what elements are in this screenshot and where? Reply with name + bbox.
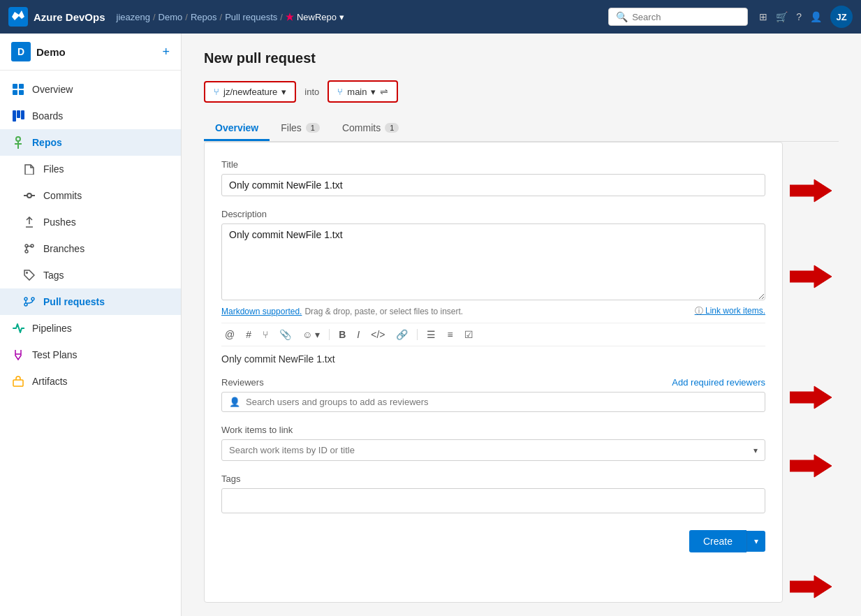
svg-rect-2 (13, 90, 17, 95)
tab-files[interactable]: Files 1 (270, 117, 331, 141)
user-settings-icon[interactable]: 👤 (810, 11, 822, 22)
markdown-row: Markdown supported. Drag & drop, paste, … (221, 305, 765, 317)
workitems-section: Work items to link ▾ (221, 425, 765, 461)
svg-marker-22 (790, 455, 832, 477)
arrow-reviewers (790, 383, 832, 413)
workitems-label: Work items to link (221, 425, 765, 435)
top-nav: Azure DevOps jieazeng / Demo / Repos / P… (0, 0, 861, 34)
sidebar-item-label-repos: Repos (32, 137, 62, 148)
tags-label: Tags (221, 474, 765, 484)
app-logo[interactable]: Azure DevOps (8, 7, 105, 27)
sidebar-item-pullrequests[interactable]: Pull requests (0, 288, 181, 315)
outer-wrapper: Title Description Only commit NewFile 1.… (204, 142, 839, 603)
help-icon[interactable]: ? (796, 11, 802, 22)
markdown-link[interactable]: Markdown supported. (221, 307, 302, 316)
tab-commits[interactable]: Commits 1 (331, 117, 410, 141)
basket-icon[interactable]: 🛒 (776, 11, 788, 22)
sidebar-item-label-branches: Branches (43, 243, 84, 254)
arrow-title (790, 177, 832, 207)
sidebar-item-boards[interactable]: Boards (0, 103, 181, 129)
mention-button[interactable]: @ (221, 328, 238, 342)
project-name: D Demo (11, 42, 66, 61)
sidebar-add-button[interactable]: + (162, 45, 170, 59)
swap-branches-button[interactable]: ⇌ (380, 86, 388, 97)
breadcrumb-repos[interactable]: Repos (191, 12, 217, 22)
svg-point-15 (24, 298, 27, 300)
breadcrumb-pullrequests[interactable]: Pull requests (225, 12, 277, 22)
svg-point-7 (16, 137, 20, 141)
nav-icons: ⊞ 🛒 ? 👤 JZ (759, 6, 853, 28)
breadcrumb-jieazeng[interactable]: jieazeng (117, 12, 150, 22)
ordered-list-button[interactable]: ≡ (443, 328, 456, 342)
sidebar-item-branches[interactable]: Branches (0, 235, 181, 262)
search-input[interactable] (632, 12, 740, 22)
svg-rect-18 (13, 380, 23, 386)
add-required-reviewers[interactable]: Add required reviewers (672, 377, 765, 388)
sidebar-item-files[interactable]: Files (0, 156, 181, 182)
reviewers-search-input[interactable] (246, 397, 758, 407)
create-dropdown-button[interactable]: ▾ (746, 531, 765, 552)
toolbar-sep1 (329, 329, 330, 340)
sidebar-item-repos[interactable]: Repos (0, 129, 181, 156)
reviewers-header: Reviewers Add required reviewers (221, 377, 765, 388)
arrow-description (790, 263, 832, 293)
attach-button[interactable]: 📎 (276, 328, 295, 342)
checklist-button[interactable]: ☑ (461, 328, 477, 342)
description-textarea[interactable]: Only commit NewFile 1.txt (221, 223, 765, 300)
sidebar: D Demo + Overview Boards (0, 34, 182, 616)
sidebar-item-tags[interactable]: Tags (0, 262, 181, 288)
repos-icon (11, 135, 25, 149)
pipelines-icon (11, 321, 25, 335)
branch-ref-button[interactable]: ⑂ (259, 328, 272, 342)
svg-marker-23 (790, 575, 832, 598)
italic-button[interactable]: I (353, 328, 363, 342)
pullrequests-icon (22, 295, 36, 309)
title-input[interactable] (221, 174, 765, 196)
svg-rect-0 (13, 84, 17, 89)
link-button[interactable]: 🔗 (392, 328, 411, 342)
sidebar-item-artifacts[interactable]: Artifacts (0, 368, 181, 395)
grid-icon[interactable]: ⊞ (759, 11, 767, 22)
breadcrumb-demo[interactable]: Demo (159, 12, 183, 22)
tags-input[interactable] (221, 488, 765, 513)
list-button[interactable]: ☰ (423, 328, 439, 342)
sidebar-item-pushes[interactable]: Pushes (0, 209, 181, 235)
form-card: Title Description Only commit NewFile 1.… (204, 142, 783, 603)
sidebar-item-pipelines[interactable]: Pipelines (0, 315, 181, 342)
target-branch-selector[interactable]: ⑂ main ▾ ⇌ (328, 80, 398, 103)
workitems-search-row[interactable]: ▾ (221, 439, 765, 461)
breadcrumb-newrepo[interactable]: NewRepo ▾ (286, 12, 344, 22)
description-label: Description (221, 209, 765, 219)
sidebar-item-label-commits: Commits (43, 190, 82, 201)
create-button[interactable]: Create (689, 530, 746, 552)
svg-rect-1 (19, 84, 24, 89)
svg-rect-3 (19, 90, 24, 95)
project-icon: D (11, 42, 31, 61)
avatar[interactable]: JZ (830, 6, 853, 28)
app-name: Azure DevOps (34, 11, 105, 23)
sidebar-item-commits[interactable]: Commits (0, 182, 181, 209)
link-work-items[interactable]: ⓘ Link work items. (695, 305, 765, 317)
title-label: Title (221, 159, 765, 170)
testplans-icon (11, 348, 25, 362)
sidebar-item-overview[interactable]: Overview (0, 76, 181, 103)
search-box[interactable]: 🔍 (608, 8, 748, 26)
sidebar-item-label-testplans: Test Plans (32, 349, 78, 360)
emoji-button[interactable]: ☺ ▾ (299, 328, 323, 342)
source-branch-selector[interactable]: ⑂ jz/newfeature ▾ (204, 81, 296, 103)
svg-point-8 (27, 193, 31, 198)
commits-badge: 1 (385, 123, 399, 133)
search-icon: 🔍 (616, 11, 628, 22)
code-button[interactable]: </> (367, 328, 388, 342)
title-section: Title (221, 159, 765, 196)
workitems-search-input[interactable] (229, 445, 753, 455)
tab-overview[interactable]: Overview (204, 117, 270, 141)
bold-button[interactable]: B (335, 328, 349, 342)
hash-button[interactable]: # (242, 328, 255, 342)
svg-rect-5 (17, 110, 20, 118)
sidebar-item-label-artifacts: Artifacts (32, 376, 68, 387)
reviewers-section: Reviewers Add required reviewers 👤 (221, 377, 765, 412)
branches-icon (22, 242, 36, 256)
sidebar-item-label-boards: Boards (32, 110, 63, 122)
sidebar-item-testplans[interactable]: Test Plans (0, 342, 181, 368)
